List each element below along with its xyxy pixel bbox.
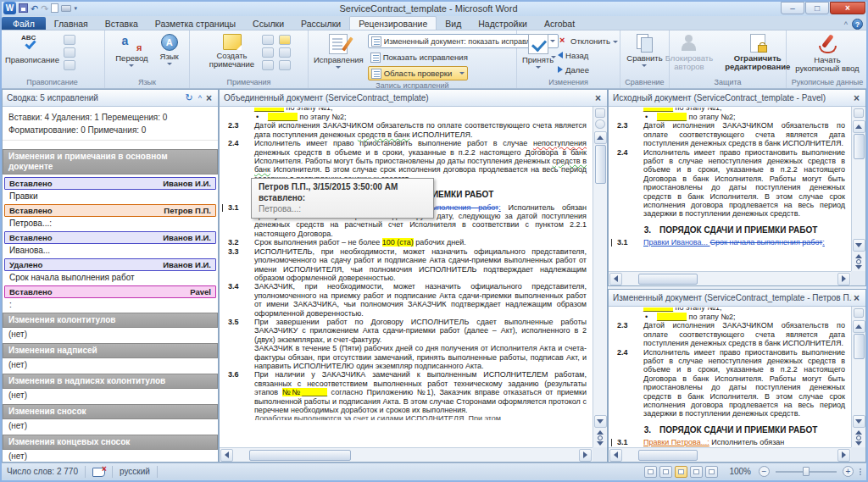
research-icon[interactable] [64, 35, 75, 45]
collapse-pane-icon[interactable]: ^ [196, 94, 204, 102]
word-count-status[interactable]: Число слов: 2 770 [0, 467, 85, 476]
reviewing-pane-button[interactable]: Область проверки [368, 66, 468, 80]
zoom-slider[interactable] [776, 471, 837, 473]
track-changes-button[interactable]: Исправления [311, 33, 366, 69]
word-logo-icon[interactable]: W [3, 2, 16, 14]
view-draft-button[interactable] [705, 466, 718, 478]
scrollbar-thumb[interactable] [638, 450, 698, 461]
view-web-layout-button[interactable] [675, 466, 687, 478]
revision-item[interactable]: ВставленоИванов И.И. Правки [4, 177, 216, 202]
refresh-icon[interactable]: ↻ [183, 92, 196, 103]
zoom-in-button[interactable]: + [843, 466, 854, 477]
scrollbar-thumb[interactable] [854, 334, 865, 359]
horizontal-scrollbar[interactable] [220, 447, 593, 462]
browse-object-icon[interactable] [595, 108, 605, 118]
spellcheck-status-icon[interactable] [92, 467, 105, 477]
word-count-icon[interactable] [64, 60, 75, 70]
document-editing-surface[interactable]: _______ по этапу №1;•_______ по этапу №2… [609, 307, 851, 447]
horizontal-scrollbar[interactable] [609, 447, 851, 462]
scroll-up-icon[interactable] [594, 131, 607, 144]
select-browse-object-icon[interactable] [598, 435, 603, 440]
zoom-out-button[interactable]: − [759, 466, 770, 477]
reject-button[interactable]: Отклонить [558, 35, 618, 47]
tab-page-layout[interactable]: Разметка страницы [147, 17, 244, 30]
scroll-right-icon[interactable] [579, 449, 592, 462]
revision-item[interactable]: ВставленоИванов И.И. Иванова... [4, 231, 216, 256]
select-browse-object-icon[interactable] [856, 259, 861, 264]
scroll-up-icon[interactable] [853, 320, 865, 333]
close-pane-icon[interactable]: × [852, 292, 861, 304]
previous-page-icon[interactable] [855, 430, 862, 435]
previous-change-button[interactable]: Назад [558, 49, 618, 61]
scrollbar-thumb[interactable] [638, 274, 698, 285]
vertical-scrollbar[interactable] [851, 307, 865, 447]
document-editing-surface[interactable]: _______ по этапу №1;•_______ по этапу №2… [609, 107, 851, 271]
tab-references[interactable]: Ссылки [244, 17, 292, 30]
scroll-left-icon[interactable] [220, 449, 233, 462]
previous-comment-icon[interactable] [262, 47, 274, 58]
view-print-layout-button[interactable] [644, 466, 657, 478]
scrollbar-thumb[interactable] [854, 134, 865, 159]
browse-object-icon[interactable] [854, 108, 864, 118]
horizontal-scrollbar[interactable] [609, 271, 851, 285]
select-browse-icon[interactable] [595, 119, 605, 129]
maximize-button[interactable]: □ [805, 2, 829, 14]
scroll-down-icon[interactable] [853, 415, 865, 428]
zoom-slider-thumb[interactable] [803, 467, 810, 476]
revision-item[interactable]: УдаленоИванов И.И. Срок начала выполнени… [4, 258, 216, 283]
scrollbar-thumb[interactable] [249, 450, 351, 461]
minimize-ribbon-icon[interactable]: ^ [844, 20, 848, 29]
save-icon[interactable] [19, 3, 28, 13]
undo-icon[interactable]: ↶ [31, 3, 38, 14]
tab-insert[interactable]: Вставка [97, 17, 147, 30]
vertical-scrollbar[interactable] [851, 107, 865, 271]
spelling-button[interactable]: ABC Правописание [3, 33, 62, 65]
thesaurus-icon[interactable] [64, 47, 75, 58]
previous-page-icon[interactable] [855, 254, 862, 258]
resize-grip[interactable] [856, 468, 861, 475]
compare-button[interactable]: Сравнить [624, 33, 665, 68]
tab-home[interactable]: Главная [46, 17, 97, 30]
tab-acrobat[interactable]: Acrobat [536, 17, 583, 30]
accept-button[interactable]: Принять [520, 33, 556, 69]
scroll-down-icon[interactable] [594, 415, 607, 428]
tab-review[interactable]: Рецензирование [349, 16, 437, 30]
view-fullscreen-reading-button[interactable] [659, 466, 672, 478]
print-icon[interactable] [61, 5, 71, 12]
next-page-icon[interactable] [855, 441, 862, 446]
scrollbar-thumb[interactable] [595, 145, 606, 184]
next-page-icon[interactable] [597, 441, 604, 446]
tab-mailings[interactable]: Рассылки [292, 17, 349, 30]
previous-page-icon[interactable] [597, 430, 604, 435]
ink-pen-icon[interactable] [279, 47, 291, 58]
new-comment-button[interactable]: Создать примечание [207, 33, 257, 69]
zoom-level[interactable]: 100% [721, 467, 756, 476]
redo-icon[interactable]: ↷ [41, 3, 48, 14]
scroll-right-icon[interactable] [837, 273, 850, 285]
select-browse-object-icon[interactable] [856, 435, 861, 440]
translate-button[interactable]: aя Перевод [113, 33, 150, 68]
help-icon[interactable]: ? [852, 19, 863, 30]
close-pane-icon[interactable]: × [852, 92, 861, 104]
ink-marker-icon[interactable] [279, 35, 291, 45]
close-button[interactable]: × [830, 2, 865, 14]
view-outline-button[interactable] [690, 466, 703, 478]
delete-comment-icon[interactable] [262, 35, 274, 45]
close-pane-icon[interactable]: × [204, 92, 214, 104]
new-document-icon[interactable] [51, 3, 58, 13]
next-comment-icon[interactable] [262, 60, 274, 70]
language-status[interactable]: русский [113, 467, 157, 476]
tab-file[interactable]: Файл [2, 17, 46, 30]
vertical-scrollbar[interactable] [593, 107, 607, 447]
browse-object-icon[interactable] [854, 308, 864, 318]
restrict-editing-button[interactable]: Ограничить редактирование [722, 33, 793, 72]
tab-addins[interactable]: Надстройки [470, 17, 536, 30]
block-authors-button[interactable]: Блокировать авторов [663, 33, 715, 72]
ink-eraser-icon[interactable] [279, 60, 291, 70]
minimize-button[interactable]: – [781, 2, 804, 14]
scroll-right-icon[interactable] [837, 449, 850, 462]
revision-item[interactable]: ВставленоПетров П.П. Петрова...: [4, 204, 216, 229]
scroll-up-icon[interactable] [853, 120, 865, 133]
next-page-icon[interactable] [855, 265, 862, 269]
language-button[interactable]: Язык [158, 33, 181, 66]
